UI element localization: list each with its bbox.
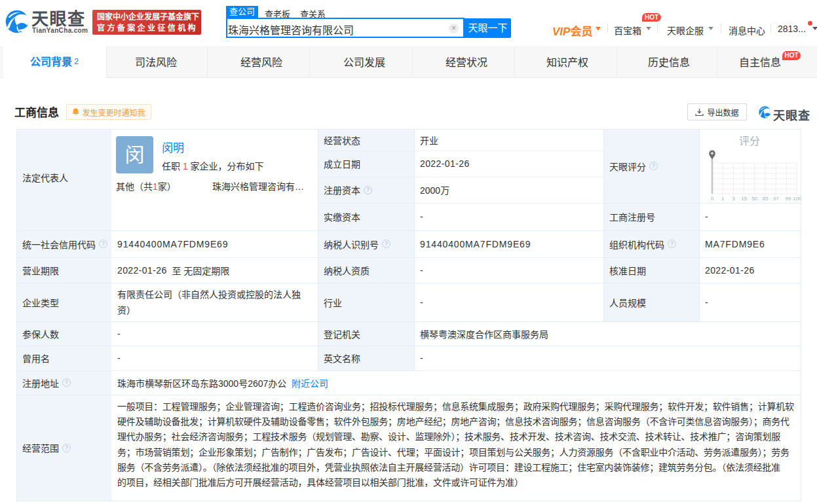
svg-text:85: 85 [763, 196, 769, 202]
svg-text:1: 1 [721, 196, 725, 202]
svg-text:50: 50 [751, 196, 757, 202]
svg-text:99: 99 [786, 196, 791, 202]
svg-text:15: 15 [741, 196, 747, 202]
svg-text:97: 97 [773, 196, 779, 202]
svg-text:评分: 评分 [739, 135, 760, 147]
svg-text:3: 3 [732, 196, 735, 202]
svg-text:0: 0 [711, 196, 714, 202]
svg-text:100: 100 [793, 196, 801, 202]
